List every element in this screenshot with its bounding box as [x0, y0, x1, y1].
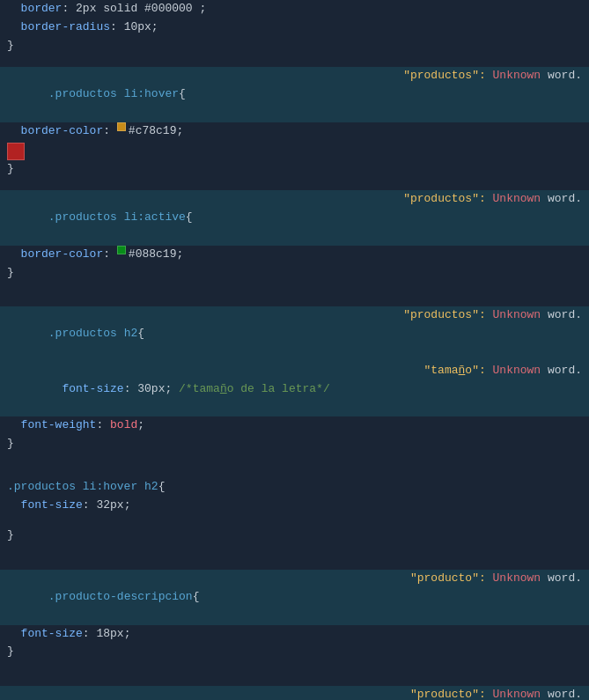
annotation-text: "producto": Unknown word.	[383, 686, 582, 700]
property-token: font-weight	[7, 416, 96, 435]
code-line: font-size: 32px;	[0, 497, 589, 515]
code-line-selector: .producto-precio{ "producto": Unknown wo…	[0, 686, 589, 700]
annotation-text: "tamaño": Unknown word.	[396, 362, 582, 380]
code-line-empty	[0, 514, 589, 527]
color-swatch-green	[117, 246, 126, 254]
code-line-swatch	[0, 141, 589, 160]
code-line: border: 2px solid #000000 ;	[0, 0, 589, 18]
selector-token: .producto-descripcion	[48, 590, 193, 603]
property-token: border-radius	[7, 18, 110, 37]
property-token: font-size	[48, 382, 124, 395]
code-line: }	[0, 160, 589, 179]
code-editor: border: 2px solid #000000 ; border-radiu…	[0, 0, 589, 700]
code-line: }	[0, 264, 589, 283]
annotation-text: "productos": Unknown word.	[376, 67, 582, 85]
selector-token: .productos li:hover	[48, 87, 179, 100]
code-line: }	[0, 527, 589, 545]
property-token: border	[7, 0, 62, 18]
annotation-text: "productos": Unknown word.	[376, 190, 582, 209]
code-line-empty	[0, 453, 589, 466]
property-token: font-size	[7, 497, 83, 515]
code-line-empty	[0, 282, 589, 294]
selector-token: .productos h2	[48, 327, 137, 340]
color-swatch	[117, 122, 126, 131]
annotation-text: "productos": Unknown word.	[376, 306, 582, 325]
code-line-selector: .productos li:active{ "productos": Unkno…	[0, 190, 589, 245]
code-line-empty	[0, 294, 589, 306]
property-token: font-size	[7, 625, 83, 644]
code-line-empty	[0, 557, 589, 570]
code-line: border-radius: 10px;	[0, 18, 589, 37]
code-line: border-color: #c78c19;	[0, 122, 589, 141]
code-line: }	[0, 643, 589, 661]
code-line-comment: font-size: 30px; /*tamaño de la letra*/ …	[0, 362, 589, 416]
code-line-empty	[0, 545, 589, 557]
code-line-empty	[0, 55, 589, 67]
property-token: border-color	[7, 122, 103, 141]
selector-token: .productos li:hover h2	[7, 478, 158, 497]
code-line: }	[0, 37, 589, 55]
code-line: font-size: 18px;	[0, 625, 589, 644]
code-line: font-weight: bold;	[0, 416, 589, 435]
code-line-empty	[0, 674, 589, 686]
property-token: border-color	[7, 246, 103, 264]
code-line-selector: .productos h2{ "productos": Unknown word…	[0, 306, 589, 361]
code-line: border-color: #088c19;	[0, 246, 589, 264]
code-line-selector: .productos li:hover h2{	[0, 478, 589, 497]
code-line-empty	[0, 661, 589, 674]
code-line-empty	[0, 178, 589, 190]
code-line-selector: .producto-descripcion{ "producto": Unkno…	[0, 570, 589, 624]
code-line-empty	[0, 466, 589, 478]
color-swatch-red	[7, 143, 25, 160]
code-line-selector: .productos li:hover{ "productos": Unknow…	[0, 67, 589, 122]
code-line: }	[0, 435, 589, 453]
annotation-text: "producto": Unknown word.	[383, 570, 582, 588]
selector-token: .productos li:active	[48, 210, 186, 224]
